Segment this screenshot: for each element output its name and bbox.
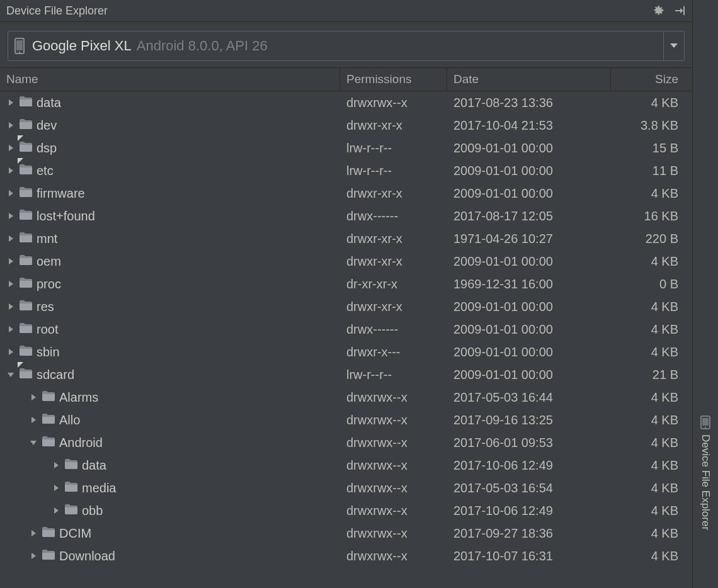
tree-row[interactable]: datadrwxrwx--x2017-08-23 13:364 KB: [0, 91, 692, 114]
file-name: media: [82, 477, 116, 499]
cell-date: 2017-08-23 13:36: [447, 91, 611, 114]
cell-name: Download: [0, 545, 340, 567]
header-name[interactable]: Name: [0, 68, 340, 91]
tree-row[interactable]: Alarmsdrwxrwx--x2017-05-03 16:444 KB: [0, 386, 692, 409]
expand-icon[interactable]: [6, 166, 15, 175]
folder-icon: [19, 91, 33, 114]
file-name: DCIM: [59, 522, 91, 545]
cell-name: DCIM: [0, 522, 340, 545]
device-dropdown-button[interactable]: [663, 31, 684, 60]
expand-icon[interactable]: [29, 393, 38, 402]
folder-link-icon: [19, 159, 33, 182]
cell-permissions: drwxr-xr-x: [340, 250, 447, 273]
folder-icon: [19, 273, 33, 295]
cell-size: 4 KB: [611, 477, 692, 499]
cell-date: 1971-04-26 10:27: [447, 227, 611, 250]
tree-row[interactable]: Androiddrwxrwx--x2017-06-01 09:534 KB: [0, 431, 692, 454]
collapse-icon[interactable]: [6, 370, 15, 379]
file-name: root: [37, 318, 58, 341]
cell-size: 4 KB: [611, 454, 692, 477]
tree-row[interactable]: Allodrwxrwx--x2017-09-16 13:254 KB: [0, 409, 692, 431]
folder-icon: [42, 409, 55, 431]
file-tree[interactable]: datadrwxrwx--x2017-08-23 13:364 KBdevdrw…: [0, 91, 692, 588]
cell-date: 2009-01-01 00:00: [447, 159, 611, 182]
expand-icon[interactable]: [6, 144, 15, 152]
tree-row[interactable]: resdrwxr-xr-x2009-01-01 00:004 KB: [0, 295, 692, 318]
svg-point-5: [705, 427, 706, 428]
tree-row[interactable]: DCIMdrwxrwx--x2017-09-27 18:364 KB: [0, 522, 692, 545]
cell-size: 4 KB: [611, 409, 692, 431]
cell-name: Allo: [0, 409, 340, 431]
file-name: sdcard: [37, 363, 74, 386]
cell-date: 2017-05-03 16:54: [447, 477, 611, 499]
folder-icon: [19, 114, 33, 137]
header-size[interactable]: Size: [611, 68, 692, 91]
expand-icon[interactable]: [6, 121, 15, 130]
expand-icon[interactable]: [6, 302, 15, 311]
tree-row[interactable]: dsplrw-r--r--2009-01-01 00:0015 B: [0, 137, 692, 159]
cell-date: 2009-01-01 00:00: [447, 295, 611, 318]
cell-date: 2009-01-01 00:00: [447, 137, 611, 159]
cell-date: 2009-01-01 00:00: [447, 341, 611, 363]
tree-row[interactable]: firmwaredrwxr-xr-x2009-01-01 00:004 KB: [0, 182, 692, 205]
expand-icon[interactable]: [29, 551, 38, 560]
cell-size: 3.8 KB: [611, 114, 692, 137]
expand-icon[interactable]: [52, 461, 60, 470]
header-permissions[interactable]: Permissions: [340, 68, 447, 91]
column-headers: Name Permissions Date Size: [0, 67, 692, 91]
collapse-icon[interactable]: [29, 438, 38, 447]
tree-row[interactable]: devdrwxr-xr-x2017-10-04 21:533.8 KB: [0, 114, 692, 137]
expand-icon[interactable]: [6, 280, 15, 288]
side-tab[interactable]: Device File Explorer: [693, 0, 718, 588]
cell-permissions: drwxr-xr-x: [340, 182, 447, 205]
tree-row[interactable]: mediadrwxrwx--x2017-05-03 16:544 KB: [0, 477, 692, 499]
cell-name: sdcard: [0, 363, 340, 386]
expand-icon[interactable]: [6, 212, 15, 220]
tree-row[interactable]: sbindrwxr-x---2009-01-01 00:004 KB: [0, 341, 692, 363]
tree-row[interactable]: mntdrwxr-xr-x1971-04-26 10:27220 B: [0, 227, 692, 250]
expand-icon[interactable]: [6, 98, 15, 107]
file-name: Alarms: [59, 386, 98, 409]
tree-row[interactable]: procdr-xr-xr-x1969-12-31 16:000 B: [0, 273, 692, 295]
tree-row[interactable]: lost+founddrwx------2017-08-17 12:0516 K…: [0, 205, 692, 227]
cell-name: sbin: [0, 341, 340, 363]
phone-icon: [13, 37, 26, 55]
cell-size: 4 KB: [611, 318, 692, 341]
tree-row[interactable]: rootdrwx------2009-01-01 00:004 KB: [0, 318, 692, 341]
file-name: lost+found: [37, 205, 95, 227]
cell-date: 2009-01-01 00:00: [447, 363, 611, 386]
header-date[interactable]: Date: [447, 68, 611, 91]
folder-icon: [19, 295, 33, 318]
folder-icon: [64, 454, 78, 477]
device-selector[interactable]: Google Pixel XL Android 8.0.0, API 26: [8, 31, 685, 61]
gear-icon[interactable]: [652, 4, 664, 17]
expand-icon[interactable]: [52, 483, 60, 492]
expand-icon[interactable]: [6, 348, 15, 356]
cell-permissions: lrw-r--r--: [340, 363, 447, 386]
tree-row[interactable]: datadrwxrwx--x2017-10-06 12:494 KB: [0, 454, 692, 477]
tree-row[interactable]: oemdrwxr-xr-x2009-01-01 00:004 KB: [0, 250, 692, 273]
svg-rect-1: [16, 40, 23, 50]
cell-size: 4 KB: [611, 545, 692, 567]
cell-size: 0 B: [611, 273, 692, 295]
file-name: Download: [59, 545, 115, 567]
cell-permissions: drwxrwx--x: [340, 431, 447, 454]
tree-row[interactable]: etclrw-r--r--2009-01-01 00:0011 B: [0, 159, 692, 182]
expand-icon[interactable]: [29, 416, 38, 424]
cell-date: 2017-06-01 09:53: [447, 431, 611, 454]
expand-icon[interactable]: [6, 234, 15, 243]
svg-rect-4: [702, 418, 709, 426]
expand-icon[interactable]: [6, 189, 15, 198]
hide-panel-icon[interactable]: [673, 4, 686, 17]
folder-link-icon: [19, 137, 33, 159]
expand-icon[interactable]: [6, 325, 15, 334]
folder-icon: [19, 318, 33, 341]
tree-row[interactable]: obbdrwxrwx--x2017-10-06 12:494 KB: [0, 499, 692, 522]
cell-permissions: drwxrwx--x: [340, 454, 447, 477]
expand-icon[interactable]: [52, 506, 60, 515]
expand-icon[interactable]: [6, 257, 15, 266]
folder-icon: [19, 341, 33, 363]
tree-row[interactable]: sdcardlrw-r--r--2009-01-01 00:0021 B: [0, 363, 692, 386]
tree-row[interactable]: Downloaddrwxrwx--x2017-10-07 16:314 KB: [0, 545, 692, 567]
expand-icon[interactable]: [29, 529, 38, 538]
